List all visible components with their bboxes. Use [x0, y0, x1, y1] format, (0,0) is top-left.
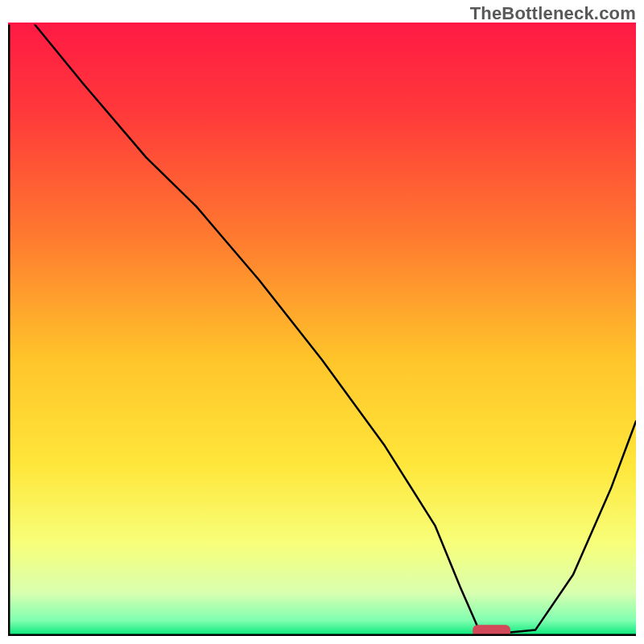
gradient-background — [8, 23, 636, 636]
chart-frame: TheBottleneck.com — [0, 0, 644, 644]
plot-area — [8, 23, 636, 636]
watermark-label: TheBottleneck.com — [470, 3, 636, 24]
chart-svg — [8, 23, 636, 636]
